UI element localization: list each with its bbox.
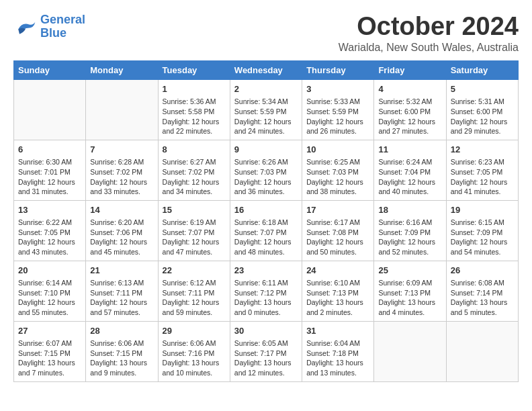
day-cell: 11Sunrise: 6:24 AMSunset: 7:04 PMDayligh… (374, 140, 446, 200)
day-cell: 4Sunrise: 5:32 AMSunset: 6:00 PMDaylight… (374, 80, 446, 140)
day-number: 29 (163, 325, 226, 337)
day-info: Sunrise: 6:27 AMSunset: 7:02 PMDaylight:… (163, 157, 226, 197)
day-info: Sunrise: 6:13 AMSunset: 7:11 PMDaylight:… (90, 278, 153, 318)
header-wednesday: Wednesday (230, 61, 302, 80)
day-number: 16 (234, 204, 298, 216)
day-number: 15 (163, 204, 226, 216)
day-cell: 9Sunrise: 6:26 AMSunset: 7:03 PMDaylight… (230, 140, 302, 200)
title-block: October 2024 Warialda, New South Wales, … (339, 13, 519, 54)
day-cell: 21Sunrise: 6:13 AMSunset: 7:11 PMDayligh… (86, 261, 158, 321)
day-number: 20 (18, 265, 81, 277)
logo-text: General Blue (40, 13, 85, 40)
day-info: Sunrise: 6:06 AMSunset: 7:15 PMDaylight:… (90, 338, 153, 378)
day-number: 10 (306, 144, 369, 156)
day-info: Sunrise: 6:15 AMSunset: 7:09 PMDaylight:… (451, 218, 514, 257)
page-header: General Blue October 2024 Warialda, New … (13, 13, 519, 54)
logo-icon (13, 17, 38, 37)
header-thursday: Thursday (302, 61, 374, 80)
day-number: 25 (378, 265, 441, 277)
header-row: SundayMondayTuesdayWednesdayThursdayFrid… (14, 61, 519, 80)
day-info: Sunrise: 6:10 AMSunset: 7:13 PMDaylight:… (306, 278, 369, 318)
day-info: Sunrise: 6:11 AMSunset: 7:12 PMDaylight:… (234, 278, 298, 318)
day-cell: 26Sunrise: 6:08 AMSunset: 7:14 PMDayligh… (446, 261, 518, 321)
day-info: Sunrise: 6:28 AMSunset: 7:02 PMDaylight:… (90, 157, 153, 197)
day-cell: 7Sunrise: 6:28 AMSunset: 7:02 PMDaylight… (86, 140, 158, 200)
day-cell: 31Sunrise: 6:04 AMSunset: 7:18 PMDayligh… (302, 321, 374, 381)
logo-line2: Blue (40, 26, 66, 40)
day-info: Sunrise: 6:04 AMSunset: 7:18 PMDaylight:… (306, 338, 369, 378)
day-number: 14 (90, 204, 153, 216)
day-cell: 22Sunrise: 6:12 AMSunset: 7:11 PMDayligh… (158, 261, 230, 321)
day-info: Sunrise: 6:17 AMSunset: 7:08 PMDaylight:… (306, 218, 369, 257)
day-info: Sunrise: 6:09 AMSunset: 7:13 PMDaylight:… (378, 278, 441, 318)
calendar-table: SundayMondayTuesdayWednesdayThursdayFrid… (13, 60, 519, 382)
day-number: 8 (163, 144, 226, 156)
day-cell: 13Sunrise: 6:22 AMSunset: 7:05 PMDayligh… (14, 200, 86, 261)
day-cell: 10Sunrise: 6:25 AMSunset: 7:03 PMDayligh… (302, 140, 374, 200)
day-cell: 2Sunrise: 5:34 AMSunset: 5:59 PMDaylight… (230, 80, 302, 140)
day-cell: 29Sunrise: 6:06 AMSunset: 7:16 PMDayligh… (158, 321, 230, 381)
day-info: Sunrise: 6:05 AMSunset: 7:17 PMDaylight:… (234, 338, 298, 378)
day-cell: 25Sunrise: 6:09 AMSunset: 7:13 PMDayligh… (374, 261, 446, 321)
day-info: Sunrise: 6:18 AMSunset: 7:07 PMDaylight:… (234, 218, 298, 257)
day-cell (446, 321, 518, 381)
day-number: 3 (306, 83, 369, 95)
week-row-1: 1Sunrise: 5:36 AMSunset: 5:58 PMDaylight… (14, 80, 519, 140)
day-number: 4 (378, 83, 441, 95)
day-number: 11 (378, 144, 441, 156)
header-saturday: Saturday (446, 61, 518, 80)
header-sunday: Sunday (14, 61, 86, 80)
day-number: 2 (234, 83, 298, 95)
day-cell: 27Sunrise: 6:07 AMSunset: 7:15 PMDayligh… (14, 321, 86, 381)
day-number: 17 (306, 204, 369, 216)
day-number: 22 (163, 265, 226, 277)
day-number: 12 (451, 144, 514, 156)
week-row-5: 27Sunrise: 6:07 AMSunset: 7:15 PMDayligh… (14, 321, 519, 381)
day-number: 21 (90, 265, 153, 277)
calendar-subtitle: Warialda, New South Wales, Australia (339, 42, 519, 54)
day-info: Sunrise: 6:06 AMSunset: 7:16 PMDaylight:… (163, 338, 226, 378)
day-cell: 5Sunrise: 5:31 AMSunset: 6:00 PMDaylight… (446, 80, 518, 140)
day-cell: 19Sunrise: 6:15 AMSunset: 7:09 PMDayligh… (446, 200, 518, 261)
day-number: 1 (163, 83, 226, 95)
day-number: 19 (451, 204, 514, 216)
logo-line1: General (40, 13, 85, 26)
day-info: Sunrise: 6:25 AMSunset: 7:03 PMDaylight:… (306, 157, 369, 197)
day-cell: 23Sunrise: 6:11 AMSunset: 7:12 PMDayligh… (230, 261, 302, 321)
day-info: Sunrise: 6:20 AMSunset: 7:06 PMDaylight:… (90, 218, 153, 257)
day-info: Sunrise: 5:33 AMSunset: 5:59 PMDaylight:… (306, 97, 369, 136)
day-number: 6 (18, 144, 81, 156)
day-info: Sunrise: 6:19 AMSunset: 7:07 PMDaylight:… (163, 218, 226, 257)
day-info: Sunrise: 6:16 AMSunset: 7:09 PMDaylight:… (378, 218, 441, 257)
day-info: Sunrise: 6:08 AMSunset: 7:14 PMDaylight:… (451, 278, 514, 318)
logo: General Blue (13, 13, 85, 40)
day-info: Sunrise: 6:23 AMSunset: 7:05 PMDaylight:… (451, 157, 514, 197)
day-info: Sunrise: 5:34 AMSunset: 5:59 PMDaylight:… (234, 97, 298, 136)
day-number: 27 (18, 325, 81, 337)
day-number: 7 (90, 144, 153, 156)
day-info: Sunrise: 6:30 AMSunset: 7:01 PMDaylight:… (18, 157, 81, 197)
day-cell: 18Sunrise: 6:16 AMSunset: 7:09 PMDayligh… (374, 200, 446, 261)
day-cell: 12Sunrise: 6:23 AMSunset: 7:05 PMDayligh… (446, 140, 518, 200)
day-cell: 6Sunrise: 6:30 AMSunset: 7:01 PMDaylight… (14, 140, 86, 200)
header-friday: Friday (374, 61, 446, 80)
calendar-title: October 2024 (339, 13, 519, 39)
day-number: 30 (234, 325, 298, 337)
day-cell: 15Sunrise: 6:19 AMSunset: 7:07 PMDayligh… (158, 200, 230, 261)
day-number: 9 (234, 144, 298, 156)
day-info: Sunrise: 6:07 AMSunset: 7:15 PMDaylight:… (18, 338, 81, 378)
day-info: Sunrise: 6:14 AMSunset: 7:10 PMDaylight:… (18, 278, 81, 318)
day-cell: 17Sunrise: 6:17 AMSunset: 7:08 PMDayligh… (302, 200, 374, 261)
day-cell: 8Sunrise: 6:27 AMSunset: 7:02 PMDaylight… (158, 140, 230, 200)
day-cell: 14Sunrise: 6:20 AMSunset: 7:06 PMDayligh… (86, 200, 158, 261)
day-cell: 24Sunrise: 6:10 AMSunset: 7:13 PMDayligh… (302, 261, 374, 321)
day-cell (374, 321, 446, 381)
day-info: Sunrise: 6:26 AMSunset: 7:03 PMDaylight:… (234, 157, 298, 197)
week-row-4: 20Sunrise: 6:14 AMSunset: 7:10 PMDayligh… (14, 261, 519, 321)
day-info: Sunrise: 6:22 AMSunset: 7:05 PMDaylight:… (18, 218, 81, 257)
header-tuesday: Tuesday (158, 61, 230, 80)
day-number: 26 (451, 265, 514, 277)
day-cell (14, 80, 86, 140)
day-cell: 16Sunrise: 6:18 AMSunset: 7:07 PMDayligh… (230, 200, 302, 261)
day-number: 23 (234, 265, 298, 277)
